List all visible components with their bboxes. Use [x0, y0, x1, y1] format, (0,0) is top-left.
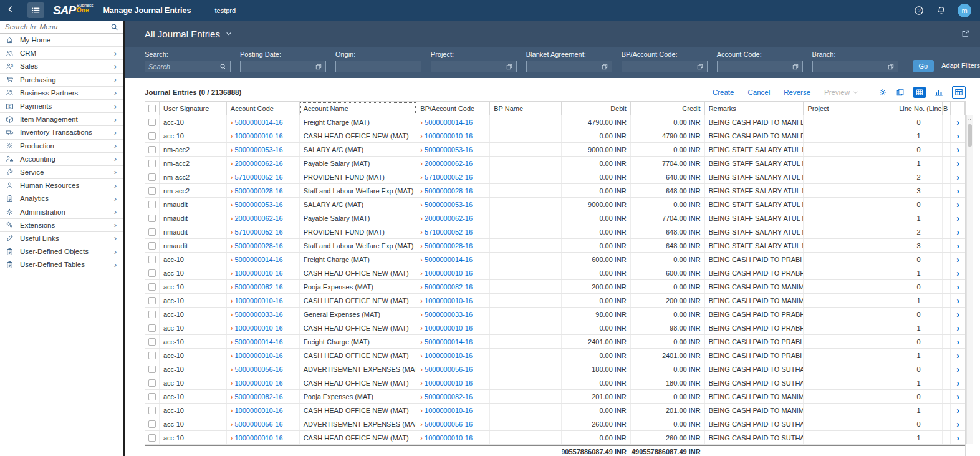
account-code-link[interactable]: ›1000000010-16: [231, 379, 283, 387]
sidebar-item[interactable]: Payments ›: [0, 100, 123, 113]
sidebar-item[interactable]: Production ›: [0, 140, 123, 153]
bp-account-code-link[interactable]: ›5000000028-16: [420, 242, 473, 250]
create-button[interactable]: Create: [713, 89, 734, 96]
sidebar-item[interactable]: Analytics ›: [0, 192, 123, 205]
row-navigate-chevron[interactable]: ›: [956, 420, 959, 429]
chart-view-icon[interactable]: [934, 88, 943, 97]
account-code-link[interactable]: ›1000000010-16: [231, 352, 283, 359]
export-copy-icon[interactable]: [896, 88, 905, 97]
account-code-link[interactable]: ›2000000062-16: [231, 215, 283, 222]
sidebar-item[interactable]: Purchasing ›: [0, 74, 123, 87]
table-row[interactable]: acc-10 ›5000000056-16 ADVERTISEMENT EXPE…: [145, 417, 965, 431]
valuehelp-icon[interactable]: [696, 63, 704, 70]
row-navigate-chevron[interactable]: ›: [956, 406, 959, 415]
table-row[interactable]: nm-acc2 ›5000000028-16 Staff and Labour …: [145, 184, 965, 198]
table-row[interactable]: nmaudit ›5000000053-16 SALARY A/C (MAT) …: [145, 198, 965, 211]
bp-account-code-link[interactable]: ›1000000010-16: [420, 379, 473, 387]
table-row[interactable]: nmaudit ›5710000052-16 PROVIDENT FUND (M…: [145, 225, 965, 239]
account-code-link[interactable]: ›5000000014-16: [231, 338, 283, 346]
account-code-link[interactable]: ›5000000053-16: [231, 201, 283, 208]
table-row[interactable]: nm-acc2 ›2000000062-16 Payable Salary (M…: [145, 157, 965, 170]
account-code-link[interactable]: ›1000000010-16: [231, 132, 283, 140]
col-debit[interactable]: Debit: [562, 102, 631, 115]
table-layout-icon[interactable]: [952, 86, 966, 99]
table-row[interactable]: acc-10 ›1000000010-16 CASH HEAD OFFICE N…: [145, 376, 965, 390]
account-code-link[interactable]: ›5000000082-16: [231, 283, 283, 291]
scrollbar-thumb[interactable]: [968, 124, 972, 147]
table-row[interactable]: acc-10 ›5000000014-16 Freight Charge (MA…: [145, 253, 965, 266]
row-checkbox[interactable]: [148, 256, 156, 263]
menu-toggle-icon[interactable]: [27, 2, 44, 18]
col-remarks[interactable]: Remarks: [705, 102, 804, 115]
settings-gear-icon[interactable]: [878, 88, 887, 97]
bp-account-code-link[interactable]: ›5000000014-16: [420, 119, 473, 126]
row-checkbox[interactable]: [148, 132, 156, 140]
filter-input[interactable]: [622, 61, 708, 72]
filter-input[interactable]: [431, 61, 517, 72]
bp-account-code-link[interactable]: ›5000000014-16: [420, 256, 473, 263]
row-navigate-chevron[interactable]: ›: [956, 379, 959, 387]
row-checkbox[interactable]: [148, 366, 156, 373]
bp-account-code-link[interactable]: ›5000000056-16: [420, 366, 473, 373]
row-navigate-chevron[interactable]: ›: [956, 324, 959, 332]
bp-account-code-link[interactable]: ›1000000010-16: [420, 352, 473, 359]
bp-account-code-link[interactable]: ›5000000028-16: [420, 187, 473, 195]
account-code-link[interactable]: ›5000000028-16: [231, 242, 283, 250]
row-checkbox[interactable]: [148, 201, 156, 208]
page-title-selector[interactable]: All Journal Entries: [145, 29, 233, 39]
sidebar-item[interactable]: Useful Links ›: [0, 232, 123, 245]
row-checkbox[interactable]: [148, 379, 156, 387]
filter-input[interactable]: [812, 61, 898, 72]
row-checkbox[interactable]: [148, 160, 156, 167]
col-credit[interactable]: Credit: [631, 102, 705, 115]
sidebar-item[interactable]: CRM ›: [0, 47, 123, 60]
row-checkbox[interactable]: [148, 393, 156, 400]
user-avatar[interactable]: m: [958, 4, 971, 17]
filter-input[interactable]: [240, 61, 326, 72]
table-row[interactable]: acc-10 ›1000000010-16 CASH HEAD OFFICE N…: [145, 431, 965, 445]
col-account-name[interactable]: Account Name: [300, 102, 417, 115]
row-navigate-chevron[interactable]: ›: [956, 214, 959, 223]
row-navigate-chevron[interactable]: ›: [956, 296, 959, 305]
account-code-link[interactable]: ›5000000056-16: [231, 420, 283, 428]
search-icon[interactable]: [219, 63, 227, 70]
row-checkbox[interactable]: [148, 407, 156, 414]
row-checkbox[interactable]: [148, 283, 156, 291]
table-row[interactable]: nm-acc2 ›5710000052-16 PROVIDENT FUND (M…: [145, 170, 965, 184]
sidebar-item[interactable]: My Home ›: [0, 34, 123, 47]
row-checkbox[interactable]: [148, 352, 156, 359]
select-all-checkbox[interactable]: [148, 105, 156, 112]
row-navigate-chevron[interactable]: ›: [956, 132, 959, 140]
account-code-link[interactable]: ›5000000053-16: [231, 146, 283, 153]
row-navigate-chevron[interactable]: ›: [956, 228, 959, 236]
reverse-button[interactable]: Reverse: [784, 89, 810, 96]
col-bp-account-code[interactable]: BP/Account Code: [416, 102, 490, 115]
scroll-up-icon[interactable]: [967, 115, 973, 124]
open-in-new-window-icon[interactable]: [961, 29, 970, 38]
bp-account-code-link[interactable]: ›5000000053-16: [420, 146, 473, 153]
account-code-link[interactable]: ›5000000028-16: [231, 187, 283, 195]
row-checkbox[interactable]: [148, 187, 156, 195]
col-user-signature[interactable]: User Signature: [160, 102, 227, 115]
table-row[interactable]: acc-10 ›5000000014-16 Freight Charge (MA…: [145, 335, 965, 349]
help-icon[interactable]: [914, 6, 924, 16]
table-row[interactable]: acc-10 ›1000000010-16 CASH HEAD OFFICE N…: [145, 294, 965, 308]
sidebar-item[interactable]: Item Management ›: [0, 113, 123, 126]
sidebar-item[interactable]: Sales ›: [0, 60, 123, 73]
row-navigate-chevron[interactable]: ›: [956, 118, 959, 127]
table-row[interactable]: acc-10 ›5000000056-16 ADVERTISEMENT EXPE…: [145, 362, 965, 376]
bp-account-code-link[interactable]: ›5000000056-16: [420, 420, 473, 428]
row-navigate-chevron[interactable]: ›: [956, 310, 959, 319]
row-navigate-chevron[interactable]: ›: [956, 392, 959, 401]
table-row[interactable]: acc-10 ›1000000010-16 CASH HEAD OFFICE N…: [145, 404, 965, 417]
valuehelp-icon[interactable]: [315, 63, 322, 70]
table-row[interactable]: acc-10 ›5000000082-16 Pooja Expenses (MA…: [145, 390, 965, 404]
select-all-checkbox-cell[interactable]: [145, 102, 160, 115]
valuehelp-icon[interactable]: [792, 63, 799, 70]
row-navigate-chevron[interactable]: ›: [956, 255, 959, 264]
bp-account-code-link[interactable]: ›1000000010-16: [420, 434, 473, 442]
sidebar-item[interactable]: User-Defined Tables ›: [0, 258, 123, 271]
table-row[interactable]: acc-10 ›5000000082-16 Pooja Expenses (MA…: [145, 280, 965, 294]
bp-account-code-link[interactable]: ›5000000014-16: [420, 338, 473, 346]
row-checkbox[interactable]: [148, 173, 156, 181]
